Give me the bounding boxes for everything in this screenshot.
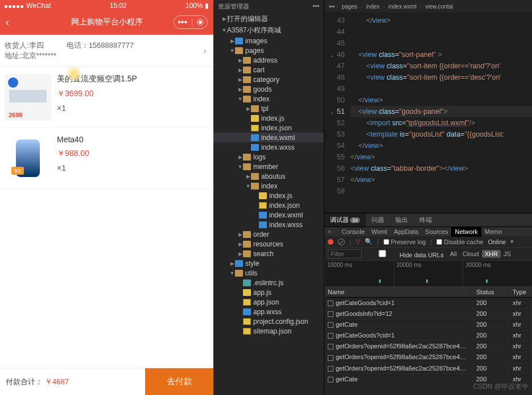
network-request-row[interactable]: getOrders?openid=52f98a6ec2ac25287bce413… [324,341,532,352]
disable-cache-checkbox[interactable]: Disable cache [436,238,483,245]
tree-node[interactable]: ▶style [213,258,324,268]
tree-node[interactable]: ▼pages [213,46,324,55]
devtool-subtab[interactable]: Network [451,227,481,237]
status-battery: 100% [185,2,203,10]
back-icon[interactable]: ‹ [6,17,9,28]
tree-node[interactable]: index.js [213,191,324,200]
filter-icon[interactable]: ▽ [356,238,360,245]
tree-node[interactable]: sitemap.json [213,326,324,336]
product-thumb: 5G [5,135,51,182]
tree-node[interactable]: index.wxss [213,220,324,229]
product-price: ￥3699.00 [57,89,209,99]
page-title: 网上购物平台小程序 [71,17,143,27]
tree-node[interactable]: project.config.json [213,316,324,326]
capsule-button[interactable]: ••• [174,15,208,29]
devtool-tab[interactable]: 调试器34 [324,213,366,227]
col-type[interactable]: Type [509,287,532,297]
devtool-subtab[interactable]: Memo [481,227,506,237]
more-icon[interactable]: ••• [312,2,319,11]
checkout-bar: 付款合计：￥4687 去付款 [0,368,213,395]
close-icon[interactable]: × [328,228,331,235]
tree-node[interactable]: .eslintrc.js [213,278,324,287]
devtool-subtab[interactable]: Wxml [368,227,391,237]
receiver-address: 北京******* [22,51,56,60]
network-request-row[interactable]: getGoodsInfo?id=12200xhr [324,308,532,319]
network-request-row[interactable]: getOrders?openid=52f98a6ec2ac25287bce413… [324,352,532,363]
tree-node[interactable]: ▶cart [213,65,324,75]
devtool-subtab[interactable]: AppData [390,227,422,237]
tree-node[interactable]: ▶tpl [213,104,324,113]
tree-node[interactable]: index.json [213,200,324,210]
total-label: 付款合计： [6,377,43,387]
network-request-row[interactable]: getCateGoods?cid=1200xhr [324,298,532,308]
filter-chip[interactable]: XHR [482,250,501,258]
tree-node[interactable]: app.wxss [213,307,324,316]
tree-node[interactable]: ▼index [213,94,324,104]
filter-chip[interactable]: Cloud [460,250,482,258]
tree-node[interactable]: ▶resources [213,239,324,249]
filter-chip[interactable]: JS [501,250,514,258]
devtools-panel: 调试器34问题输出终端 × ConsoleWxmlAppDataSourcesN… [324,213,532,395]
breadcrumb: ••• › pages› index› index.wxml› view.con… [324,0,532,13]
tree-node[interactable]: index.wxml [213,210,324,220]
hide-data-urls-checkbox[interactable]: Hide data URLs [365,250,444,258]
product-title: Meta40 [57,135,209,144]
status-time: 15:02 [110,2,127,10]
product-title: 美的直流变频空调1.5P [57,74,209,84]
filter-input[interactable] [328,249,362,258]
tree-node[interactable]: index.json [213,123,324,133]
product-thumb: 2699 [5,74,51,121]
devtool-tab[interactable]: 问题 [366,213,390,227]
open-editors-section[interactable]: ▶打开的编辑器 [213,13,324,24]
devtool-subtab[interactable]: Console [338,227,368,237]
carrier-label: WeChat [26,2,51,10]
tree-node[interactable]: ▼member [213,162,324,171]
tree-node[interactable]: ▼index [213,181,324,191]
devtool-subtab[interactable]: Sources [422,227,451,237]
clear-icon[interactable] [338,238,345,245]
phone-statusbar: WeChat 15:02 100% ▮ [0,0,213,10]
tree-node[interactable]: ▶logs [213,152,324,162]
tree-node[interactable]: ▶goods [213,84,324,94]
tree-node[interactable]: ▼utils [213,268,324,278]
product-qty: ×1 [57,163,209,172]
tree-node[interactable]: ▶aboutus [213,171,324,181]
col-status[interactable]: Status [473,287,509,297]
network-request-row[interactable]: getOrders?openid=52f98a6ec2ac25287bce413… [324,363,532,374]
address-card[interactable]: 收货人:李四 电话：15688887777 地址:北京******* › [0,35,213,67]
network-timeline[interactable]: 10000 ms20000 ms30000 ms [324,261,532,287]
tree-node[interactable]: ▶category [213,75,324,84]
product-price: ￥988.00 [57,149,209,159]
tree-node[interactable]: index.wxss [213,142,324,152]
code-editor[interactable]: 434445⌄4647484950⌄5152535455565758 </vie… [324,13,532,213]
online-status[interactable]: Online [488,238,506,245]
preserve-log-checkbox[interactable]: Preserve log [383,238,426,245]
search-icon[interactable]: 🔍 [365,238,373,245]
project-root[interactable]: ▼A3587小程序商城 [213,24,324,36]
network-toolbar: | ▽ 🔍 | Preserve log | Disable cache Onl… [324,236,532,248]
phone-simulator: WeChat 15:02 100% ▮ ‹ 网上购物平台小程序 ••• 收货人:… [0,0,213,395]
record-icon[interactable] [328,239,333,245]
tree-node[interactable]: ▶images [213,36,324,46]
pay-button[interactable]: 去付款 [145,368,213,395]
tree-node[interactable]: app.json [213,297,324,307]
tree-node[interactable]: index.wxml [213,133,324,142]
filter-chip[interactable]: All [447,250,460,258]
devtool-tab[interactable]: 终端 [414,213,438,227]
network-table: Name Status Type getCateGoods?cid=1200xh… [324,287,532,395]
tree-node[interactable]: ▶address [213,55,324,65]
receiver-phone: 15688887777 [89,41,134,50]
network-request-row[interactable]: getCate200xhr [324,374,532,385]
tree-node[interactable]: ▶order [213,229,324,239]
tree-node[interactable]: ▶search [213,249,324,258]
network-request-row[interactable]: getCate200xhr [324,319,532,330]
cart-item[interactable]: 2699 美的直流变频空调1.5P ￥3699.00 ×1 [0,67,213,128]
phone-header: ‹ 网上购物平台小程序 ••• [0,10,213,35]
tree-node[interactable]: index.js [213,113,324,123]
tree-node[interactable]: app.js [213,287,324,297]
chevron-right-icon: › [203,45,207,57]
network-request-row[interactable]: getCateGoods?cid=1200xhr [324,330,532,341]
devtool-tab[interactable]: 输出 [390,213,414,227]
cart-item[interactable]: 5G Meta40 ￥988.00 ×1 [0,128,213,189]
col-name[interactable]: Name [324,287,473,297]
